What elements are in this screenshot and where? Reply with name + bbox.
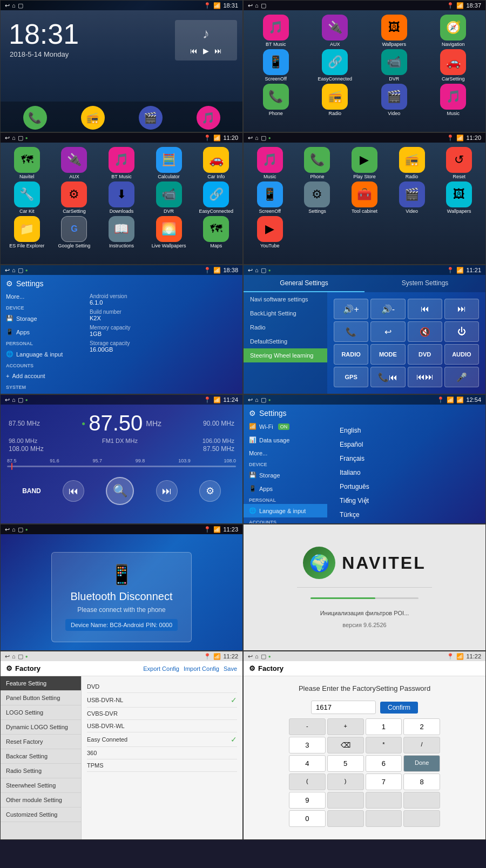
vol-up-btn[interactable]: 🔊+ (334, 299, 368, 319)
numpad-backspace[interactable]: ⌫ (327, 737, 364, 753)
home-icon[interactable]: ⌂ (12, 2, 16, 9)
numpad-lparen[interactable]: ( (289, 773, 326, 790)
radio-settings-btn[interactable]: ⚙ (199, 480, 221, 502)
back-icon[interactable]: ↩ (5, 396, 10, 403)
app-radio3[interactable]: 📻 Radio (390, 147, 434, 179)
home-icon[interactable]: ⌂ (12, 134, 16, 141)
export-config-btn[interactable]: Export Config (143, 665, 179, 672)
prev-track-icon[interactable]: ⏮ (190, 46, 198, 55)
play-icon[interactable]: ▶ (203, 46, 209, 55)
phone-btn[interactable]: 📞 (334, 321, 368, 342)
factory-nav-radio[interactable]: Radio Setting (1, 764, 81, 778)
numpad-1[interactable]: 1 (366, 718, 402, 735)
nav-more[interactable]: More... (244, 447, 327, 460)
phone-prev-btn[interactable]: 📞⏮ (370, 367, 405, 387)
radio-next-btn[interactable]: ⏭ (156, 480, 178, 502)
settings-nav-storage[interactable]: 💾 Storage (1, 312, 84, 325)
seek-btn[interactable]: ⏮⏭ (408, 367, 442, 387)
recents-icon[interactable]: ▢ (18, 396, 23, 403)
back-icon[interactable]: ↩ (5, 267, 10, 274)
recents-icon[interactable]: ▢ (18, 134, 23, 142)
numpad-divide[interactable]: / (403, 737, 440, 753)
nav-apps-lang[interactable]: 📱 Apps (244, 482, 327, 495)
app-maps[interactable]: 🗺 Maps (194, 216, 238, 248)
home-icon[interactable]: ⌂ (12, 526, 16, 533)
tab-system-settings[interactable]: System Settings (364, 275, 485, 292)
app-youtube[interactable]: ▶ YouTube (248, 216, 292, 248)
app-music[interactable]: 🎵 Music (197, 106, 220, 132)
numpad-rparen[interactable]: ) (327, 773, 364, 790)
settings-nav-more[interactable]: More... (1, 290, 84, 303)
home-icon[interactable]: ⌂ (255, 267, 259, 273)
vol-down-btn[interactable]: 🔊- (370, 299, 405, 319)
app-dvr[interactable]: 📹 DVR (373, 49, 416, 82)
app-carinfo[interactable]: 🚗 Car Info (194, 147, 238, 179)
factory-nav-steer[interactable]: Steerwheel Setting (1, 778, 81, 793)
back-icon[interactable]: ↩ (248, 267, 253, 274)
save-btn[interactable]: Save (224, 665, 237, 672)
radio-btn[interactable]: RADIO (334, 344, 368, 365)
app-toolcabinet[interactable]: 🧰 Tool cabinet (343, 181, 386, 214)
settings-nav-addaccount[interactable]: + Add account (1, 369, 84, 382)
import-config-btn[interactable]: Import Config (184, 665, 219, 672)
back-icon[interactable]: ↩ (248, 134, 253, 142)
numpad-4[interactable]: 4 (289, 755, 326, 772)
recents-icon[interactable]: ▢ (261, 2, 266, 9)
app-phone[interactable]: 📞 Phone (23, 106, 47, 132)
app-screenoff2[interactable]: 📱 ScreenOff (248, 181, 292, 214)
app-playstore[interactable]: ▶ Play Store (343, 147, 386, 179)
recents-icon[interactable]: ▢ (261, 267, 266, 274)
numpad-minus[interactable]: - (289, 718, 326, 735)
recents-icon[interactable]: ▢ (18, 653, 23, 660)
factory-nav-backcar[interactable]: Backcar Setting (1, 749, 81, 764)
recents-icon[interactable]: ▢ (18, 267, 23, 274)
back-icon[interactable]: ↩ (5, 134, 10, 142)
back-icon[interactable]: ↩ (5, 653, 10, 660)
numpad-5[interactable]: 5 (327, 755, 364, 772)
radio-prev-btn[interactable]: ⏮ (63, 480, 84, 502)
app-carkit[interactable]: 🔧 Car Kit (5, 181, 49, 214)
mode-btn[interactable]: MODE (370, 344, 405, 365)
lang-espanol[interactable]: Español (335, 438, 477, 451)
nav-wifi[interactable]: 📶 Wi-Fi ON (244, 420, 327, 433)
dvd-btn[interactable]: DVD (408, 344, 442, 365)
wifi-toggle[interactable]: ON (278, 423, 290, 430)
factory-nav-feature[interactable]: Feature Setting (1, 676, 81, 691)
factory-nav-reset[interactable]: Reset Factory (1, 735, 81, 749)
nav-steering[interactable]: Steering Wheel learning (244, 348, 327, 362)
app-btmusic2[interactable]: 🎵 BT Music (100, 147, 143, 179)
band-label[interactable]: BAND (22, 487, 41, 495)
nav-default[interactable]: DefaultSetting (244, 334, 327, 348)
settings-nav-apps[interactable]: 📱 Apps (1, 325, 84, 339)
numpad-2[interactable]: 2 (403, 718, 440, 735)
nav-language-input[interactable]: 🌐 Language & input (244, 504, 327, 517)
lang-turkce[interactable]: Türkçe (335, 508, 477, 521)
app-aux2[interactable]: 🔌 AUX (52, 147, 96, 179)
numpad-9[interactable]: 9 (289, 792, 326, 809)
recents-icon[interactable]: ▢ (261, 134, 266, 142)
home-icon[interactable]: ⌂ (12, 267, 16, 273)
numpad-7[interactable]: 7 (366, 773, 402, 790)
app-video2[interactable]: 🎬 Video (373, 84, 416, 116)
numpad-done[interactable]: Done (403, 755, 440, 772)
app-livewallpapers[interactable]: 🌅 Live Wallpapers (147, 216, 191, 248)
app-wallpapers2[interactable]: 🖼 Wallpapers (437, 181, 481, 214)
settings-nav-language[interactable]: 🌐 Language & input (1, 347, 84, 361)
recents-icon[interactable]: ▢ (18, 526, 23, 533)
back-icon[interactable]: ↩ (5, 526, 10, 533)
numpad-plus[interactable]: + (327, 718, 364, 735)
radio-search-btn[interactable]: 🔍 (106, 477, 134, 505)
app-wallpapers[interactable]: 🖼 Wallpapers (373, 15, 416, 47)
app-settings[interactable]: ⚙ Settings (295, 181, 339, 214)
recents-icon[interactable]: ▢ (18, 2, 23, 9)
nav-backlight[interactable]: BackLight Setting (244, 306, 327, 320)
app-aux[interactable]: 🔌 AUX (313, 15, 356, 47)
app-music3[interactable]: 🎵 Music (248, 147, 292, 179)
home-icon[interactable]: ⌂ (255, 134, 259, 141)
numpad-6[interactable]: 6 (366, 755, 402, 772)
nav-radio[interactable]: Radio (244, 320, 327, 334)
app-calculator[interactable]: 🧮 Calculator (147, 147, 191, 179)
home-icon[interactable]: ⌂ (12, 396, 16, 403)
home-icon[interactable]: ⌂ (255, 2, 259, 9)
nav-data-usage[interactable]: 📊 Data usage (244, 433, 327, 447)
